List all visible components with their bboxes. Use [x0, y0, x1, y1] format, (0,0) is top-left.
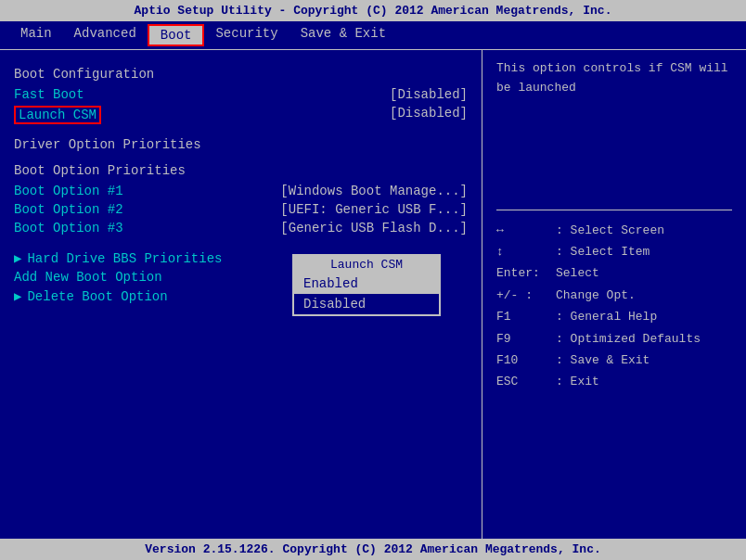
menu-security[interactable]: Security: [204, 24, 289, 46]
key-select-item: ↕: [496, 241, 552, 262]
boot-option-3-value: [Generic USB Flash D...]: [280, 221, 468, 235]
boot-option-2-label: Boot Option #2: [14, 202, 123, 217]
key-enter: Enter:: [496, 262, 552, 284]
launch-csm-value: [Disabled]: [390, 106, 468, 124]
boot-option-1[interactable]: Boot Option #1 [Windows Boot Manage...]: [14, 182, 468, 200]
help-row-f1: F1 : General Help: [496, 306, 732, 327]
boot-option-1-label: Boot Option #1: [14, 184, 123, 198]
dropdown-option-disabled[interactable]: Disabled: [294, 294, 439, 314]
menu-bar: Main Advanced Boot Security Save & Exit: [0, 21, 746, 50]
boot-option-3-label: Boot Option #3: [14, 221, 123, 235]
arrow-icon-2: ▶: [14, 288, 21, 304]
key-select-screen: ↔: [496, 220, 552, 241]
fast-boot-label: Fast Boot: [14, 87, 84, 102]
arrow-icon: ▶: [14, 250, 21, 266]
key-f10: F10: [496, 350, 552, 371]
help-row-esc: ESC : Exit: [496, 371, 732, 392]
delete-boot-label: Delete Boot Option: [27, 289, 167, 304]
title-text: Aptio Setup Utility - Copyright (C) 2012…: [135, 4, 612, 18]
desc-change: Change Opt.: [556, 285, 636, 306]
driver-priorities-header: Driver Option Priorities: [14, 137, 468, 152]
desc-f9: : Optimized Defaults: [556, 328, 701, 350]
help-row-f10: F10 : Save & Exit: [496, 350, 732, 371]
title-bar: Aptio Setup Utility - Copyright (C) 2012…: [0, 0, 746, 21]
menu-main[interactable]: Main: [9, 24, 63, 46]
help-divider: [496, 210, 732, 210]
dropdown-option-enabled[interactable]: Enabled: [294, 274, 439, 294]
help-row-enter: Enter: Select: [496, 262, 732, 284]
boot-option-2[interactable]: Boot Option #2 [UEFI: Generic USB F...]: [14, 200, 468, 219]
left-panel: Boot Configuration Fast Boot [Disabled] …: [0, 50, 482, 539]
dropdown-title: Launch CSM: [294, 256, 439, 274]
key-change: +/- :: [496, 285, 552, 306]
desc-select-item: : Select Item: [556, 241, 650, 262]
menu-advanced[interactable]: Advanced: [63, 24, 148, 46]
help-row-screen: ↔ : Select Screen: [496, 220, 732, 241]
help-row-change: +/- : Change Opt.: [496, 285, 732, 306]
help-row-f9: F9 : Optimized Defaults: [496, 328, 732, 350]
fast-boot-row: Fast Boot [Disabled]: [14, 85, 468, 104]
boot-config-header: Boot Configuration: [14, 67, 468, 82]
desc-enter: Select: [556, 262, 599, 284]
fast-boot-value: [Disabled]: [390, 87, 468, 102]
boot-priorities-header: Boot Option Priorities: [14, 163, 468, 178]
hard-drive-label: Hard Drive BBS Priorities: [27, 251, 222, 266]
launch-csm-dropdown: Launch CSM Enabled Disabled: [292, 254, 441, 316]
launch-csm-row[interactable]: Launch CSM [Disabled]: [14, 104, 468, 126]
content-area: Boot Configuration Fast Boot [Disabled] …: [0, 50, 746, 539]
help-text: This option controls if CSM will be laun…: [496, 59, 732, 98]
bios-screen: Aptio Setup Utility - Copyright (C) 2012…: [0, 0, 746, 560]
version-text: Version 2.15.1226. Copyright (C) 2012 Am…: [145, 542, 600, 556]
boot-option-2-value: [UEFI: Generic USB F...]: [280, 202, 468, 217]
key-esc: ESC: [496, 371, 552, 392]
help-row-item: ↕ : Select Item: [496, 241, 732, 262]
right-panel: This option controls if CSM will be laun…: [482, 50, 746, 539]
boot-option-1-value: [Windows Boot Manage...]: [280, 184, 468, 198]
desc-select-screen: : Select Screen: [556, 220, 664, 241]
boot-priorities-section: Boot Option Priorities Boot Option #1 [W…: [14, 163, 468, 237]
key-f1: F1: [496, 306, 552, 327]
desc-f10: : Save & Exit: [556, 350, 650, 371]
launch-csm-label: Launch CSM: [14, 106, 101, 124]
menu-boot[interactable]: Boot: [148, 24, 205, 46]
desc-f1: : General Help: [556, 306, 657, 327]
key-f9: F9: [496, 328, 552, 350]
boot-option-3[interactable]: Boot Option #3 [Generic USB Flash D...]: [14, 219, 468, 237]
desc-esc: : Exit: [556, 371, 599, 392]
help-section: ↔ : Select Screen ↕ : Select Item Enter:…: [496, 220, 732, 393]
bottom-bar: Version 2.15.1226. Copyright (C) 2012 Am…: [0, 539, 746, 560]
menu-save-exit[interactable]: Save & Exit: [289, 24, 397, 46]
